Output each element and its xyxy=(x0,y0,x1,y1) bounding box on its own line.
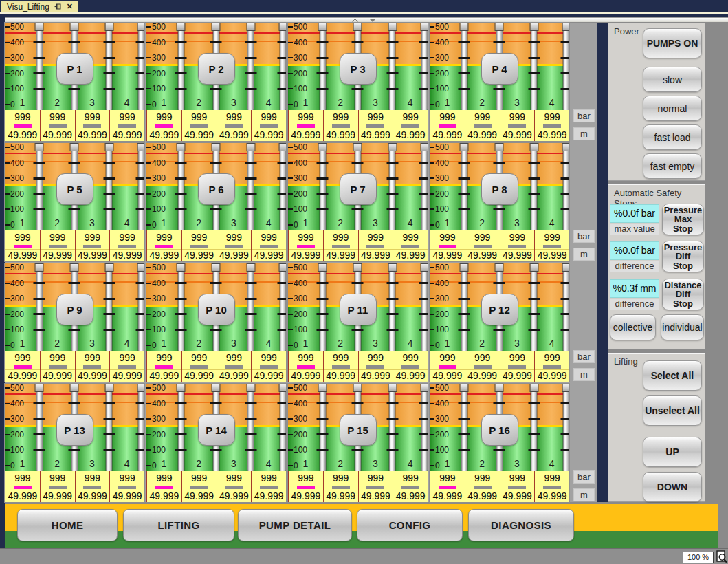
slider-handle[interactable] xyxy=(278,384,286,392)
scale-tick xyxy=(430,147,434,148)
pump-button[interactable]: P 15 xyxy=(340,414,377,446)
scale-label: 100 xyxy=(10,325,24,334)
pump-button[interactable]: P 10 xyxy=(198,294,235,325)
tab-visu-lifting[interactable]: Visu_Lifting ✕ xyxy=(1,1,78,12)
distance-value: 49.999 xyxy=(465,369,500,381)
slider-handle[interactable] xyxy=(137,23,144,31)
pressure-value: 999 xyxy=(324,351,358,365)
slider-handle[interactable] xyxy=(137,263,144,272)
up-button[interactable]: UP xyxy=(643,437,702,467)
slow-button[interactable]: slow xyxy=(643,67,702,92)
channel-values: 999 49.999 xyxy=(358,351,393,382)
scale-label: 200 xyxy=(294,310,307,319)
slider-handle[interactable] xyxy=(278,23,286,31)
distance-value: 49.999 xyxy=(147,490,181,501)
slider-handle[interactable] xyxy=(278,143,286,151)
pump-button[interactable]: P 5 xyxy=(56,173,93,205)
distance-value: 49.999 xyxy=(393,490,428,501)
pump-button[interactable]: P 7 xyxy=(340,173,377,205)
scale-label: 400 xyxy=(294,38,307,47)
zoom-level[interactable]: 100 % xyxy=(683,552,714,563)
scale-tick xyxy=(146,314,151,315)
slider-tick xyxy=(419,208,428,210)
scale-tick xyxy=(430,177,434,179)
slider-handle[interactable] xyxy=(562,23,569,31)
nav-lifting-button[interactable]: LIFTING xyxy=(123,509,234,541)
nav-config-button[interactable]: CONFIG xyxy=(357,509,463,541)
slider-tick xyxy=(135,433,144,435)
channel-indicator xyxy=(543,124,561,128)
pump-button[interactable]: P 6 xyxy=(198,173,235,205)
slider-handle[interactable] xyxy=(137,143,144,151)
scale-label: 400 xyxy=(10,279,24,288)
slider-handle[interactable] xyxy=(562,384,569,392)
slider-handle[interactable] xyxy=(420,263,428,272)
unit-bar-label: bar xyxy=(573,109,595,122)
scale-tick xyxy=(5,162,10,164)
pressure-value: 999 xyxy=(359,351,393,365)
scale-tick xyxy=(288,208,293,210)
pump-button[interactable]: P 16 xyxy=(481,414,518,446)
pin-icon[interactable] xyxy=(54,3,62,10)
unselect-all-button[interactable]: Unselect All xyxy=(643,395,702,426)
nav-home-button[interactable]: HOME xyxy=(17,509,118,541)
channel-values: 999 49.999 xyxy=(109,471,144,502)
channel-indicator xyxy=(366,245,384,248)
pumps-on-button[interactable]: PUMPS ON xyxy=(643,28,702,58)
nav-pump-detail-button[interactable]: PUMP DETAIL xyxy=(238,509,352,541)
triangle-down-icon[interactable] xyxy=(369,19,376,22)
channel-number: 2 xyxy=(40,338,75,349)
individual-button[interactable]: individual xyxy=(661,314,704,340)
pump-button[interactable]: P 8 xyxy=(481,173,518,205)
scale-label: 400 xyxy=(294,279,307,288)
select-all-button[interactable]: Select All xyxy=(643,360,702,391)
scale-label: 100 xyxy=(435,204,449,214)
pump-button[interactable]: P 9 xyxy=(56,294,93,325)
slider-handle[interactable] xyxy=(137,384,144,392)
pump-button[interactable]: P 4 xyxy=(481,53,518,85)
chevron-up-icon[interactable] xyxy=(352,19,358,22)
pump-button[interactable]: P 11 xyxy=(340,294,377,325)
pump-button[interactable]: P 14 xyxy=(198,414,235,446)
magnifier-icon[interactable] xyxy=(716,550,727,564)
pump-gauge-chart: 1 2 3 4 5004003002001000 P 7 xyxy=(288,143,428,230)
safety-value-field[interactable]: %0.0f bar xyxy=(610,241,659,260)
left-margin xyxy=(0,17,5,548)
scale-label: 0 xyxy=(10,100,15,109)
slider-handle[interactable] xyxy=(420,384,428,392)
channel-number: 2 xyxy=(465,217,500,228)
channel-values: 999 49.999 xyxy=(323,351,358,382)
nav-diagnosis-button[interactable]: DIAGNOSIS xyxy=(468,509,574,541)
value-row: 999 49.999 999 49.999 999 49.999 999 49.… xyxy=(430,351,569,382)
safety-value-field[interactable]: %0.0f bar xyxy=(610,204,659,223)
pressure-max-stop-button[interactable]: PressureMaxStop xyxy=(662,204,704,235)
fast-load-button[interactable]: fast load xyxy=(643,124,702,150)
pressure-value: 999 xyxy=(5,230,40,244)
pump-button[interactable]: P 13 xyxy=(56,414,93,446)
pressure-diff-stop-button[interactable]: PressureDiffStop xyxy=(662,241,704,272)
pump-button[interactable]: P 3 xyxy=(340,53,377,85)
scale-tick xyxy=(288,329,293,330)
distance-value: 49.999 xyxy=(41,369,75,381)
pump-button[interactable]: P 2 xyxy=(198,53,235,85)
pump-button[interactable]: P 1 xyxy=(56,53,93,85)
indicator-row xyxy=(110,124,144,129)
slider-handle[interactable] xyxy=(420,23,428,31)
distance-value: 49.999 xyxy=(289,369,323,381)
fast-empty-button[interactable]: fast empty xyxy=(643,153,702,179)
nav-bar: HOMELIFTINGPUMP DETAILCONFIGDIAGNOSIS xyxy=(5,504,718,548)
collective-button[interactable]: collective xyxy=(610,314,656,340)
down-button[interactable]: DOWN xyxy=(643,472,702,502)
slider-handle[interactable] xyxy=(562,143,569,151)
slider-handle[interactable] xyxy=(278,263,286,272)
channel-indicator xyxy=(260,124,278,128)
slider-handle[interactable] xyxy=(420,143,428,151)
channel-values: 999 49.999 xyxy=(323,110,358,141)
close-icon[interactable]: ✕ xyxy=(67,3,73,10)
pump-button[interactable]: P 12 xyxy=(481,294,518,325)
slider-handle[interactable] xyxy=(562,263,569,272)
distance-value: 49.999 xyxy=(535,249,569,261)
distance-diff-stop-button[interactable]: DistanceDiffStop xyxy=(662,279,704,310)
normal-button[interactable]: normal xyxy=(643,96,702,121)
safety-value-field[interactable]: %0.3f mm xyxy=(610,279,659,298)
